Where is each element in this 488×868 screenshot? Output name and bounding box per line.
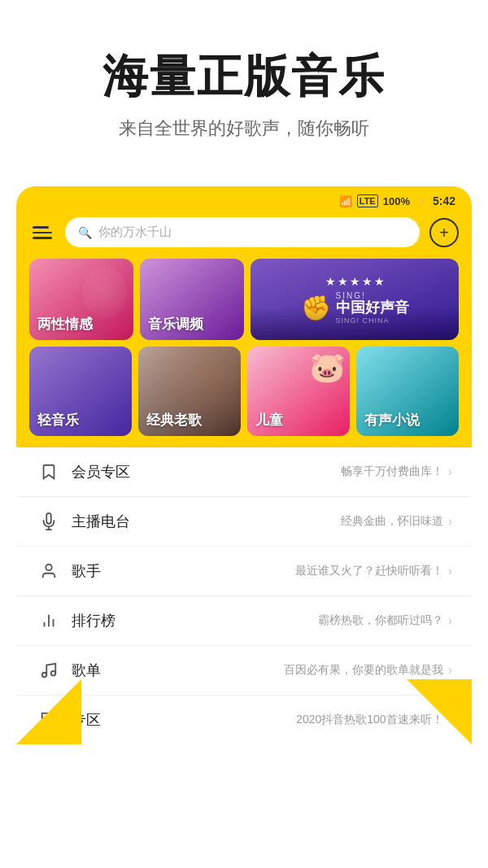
- vip-desc: 畅享千万付费曲库！: [341, 465, 443, 479]
- card-ertong-label: 儿童: [247, 404, 291, 436]
- menu-item-vip[interactable]: 会员专区 畅享千万付费曲库！ ›: [16, 447, 472, 497]
- card-yinyue-label: 音乐调频: [140, 308, 211, 340]
- artist-desc: 最近谁又火了？赶快听听看！: [295, 564, 443, 578]
- grid-row-1: 两性情感 音乐调频 ★ ★ ★ ★ ★ ✊: [29, 259, 459, 340]
- menu-item-playlist[interactable]: 歌单 百因必有果，你要的歌单就是我 ›: [16, 646, 472, 696]
- card-yousheng[interactable]: 有声小说: [356, 347, 459, 436]
- menu-list-area: 会员专区 畅享千万付费曲库！ › 主播电台 经典金曲，怀旧味道 ›: [16, 447, 472, 744]
- radio-desc: 经典金曲，怀旧味道: [341, 514, 443, 529]
- vip-label: 会员专区: [72, 462, 130, 482]
- hsy-stars: ★ ★ ★ ★ ★: [325, 275, 385, 288]
- add-button[interactable]: +: [429, 218, 459, 247]
- status-bar: 📶 LTE 100% ⚡ 5:42: [16, 186, 472, 212]
- playlist-desc: 百因必有果，你要的歌单就是我: [284, 663, 443, 678]
- app-mockup: 📶 LTE 100% ⚡ 5:42 🔍 你的万水千山 +: [16, 186, 472, 744]
- star-3: ★: [350, 275, 360, 288]
- radio-label: 主播电台: [72, 512, 130, 531]
- chart-icon: [36, 612, 62, 630]
- card-qing[interactable]: 轻音乐: [29, 347, 132, 436]
- artist-icon: [36, 562, 62, 580]
- menu-line-1: [33, 226, 49, 229]
- music-grid: 两性情感 音乐调频 ★ ★ ★ ★ ★ ✊: [16, 259, 472, 447]
- svg-point-7: [51, 671, 56, 676]
- card-yousheng-label: 有声小说: [356, 404, 428, 436]
- hsy-overlay: [251, 308, 459, 340]
- artist-label: 歌手: [72, 561, 129, 581]
- card-qing-label: 轻音乐: [29, 404, 87, 436]
- search-placeholder-text: 你的万水千山: [98, 225, 172, 240]
- card-haoShengYin[interactable]: ★ ★ ★ ★ ★ ✊ SING! 中国好声音 SING! CHINA: [251, 259, 459, 340]
- menu-item-zone[interactable]: 专区 2020抖音热歌100首速来听！ ›: [16, 696, 472, 744]
- menu-button[interactable]: [29, 223, 55, 242]
- add-icon: +: [439, 225, 449, 241]
- clock-time: 5:42: [433, 194, 455, 207]
- menu-item-chart[interactable]: 排行榜 霸榜热歌，你都听过吗？ ›: [16, 596, 472, 646]
- playlist-label: 歌单: [72, 661, 129, 680]
- chart-arrow: ›: [448, 613, 452, 628]
- menu-list: 会员专区 畅享千万付费曲库！ › 主播电台 经典金曲，怀旧味道 ›: [16, 447, 472, 744]
- card-ertong[interactable]: 🐷 儿童: [247, 347, 350, 436]
- search-icon: 🔍: [78, 226, 92, 239]
- menu-item-radio[interactable]: 主播电台 经典金曲，怀旧味道 ›: [16, 497, 472, 547]
- deco-right: [407, 679, 472, 744]
- chart-label: 排行榜: [72, 611, 129, 630]
- ertong-icon: 🐷: [309, 351, 346, 385]
- star-1: ★: [325, 275, 336, 288]
- card-liangxing-label: 两性情感: [29, 308, 101, 340]
- deco-left: [16, 679, 81, 744]
- card-yinyue[interactable]: 音乐调频: [140, 259, 244, 340]
- menu-line-3: [33, 237, 52, 239]
- menu-line-2: [33, 232, 52, 234]
- radio-icon: [36, 513, 62, 530]
- card-jingdian-label: 经典老歌: [138, 404, 210, 436]
- grid-row-2: 轻音乐 经典老歌 🐷 儿童 有声小说: [29, 347, 459, 436]
- lte-badge: LTE: [357, 194, 378, 207]
- star-4: ★: [362, 275, 373, 288]
- subtitle: 来自全世界的好歌声，随你畅听: [33, 116, 455, 141]
- radio-arrow: ›: [448, 514, 452, 529]
- svg-point-6: [42, 673, 47, 678]
- star-5: ★: [374, 275, 385, 288]
- card-liangxing[interactable]: 两性情感: [29, 259, 133, 340]
- signal-icon: 📶: [339, 195, 352, 207]
- chart-desc: 霸榜热歌，你都听过吗？: [318, 613, 443, 628]
- search-row: 🔍 你的万水千山 +: [16, 212, 472, 259]
- battery-percent: 100%: [383, 195, 410, 207]
- svg-point-2: [46, 565, 51, 570]
- playlist-icon: [36, 661, 62, 679]
- star-2: ★: [338, 275, 348, 288]
- vip-arrow: ›: [448, 465, 452, 479]
- top-hero-section: 海量正版音乐 来自全世界的好歌声，随你畅听: [0, 0, 488, 173]
- search-bar[interactable]: 🔍 你的万水千山: [65, 217, 420, 247]
- playlist-arrow: ›: [448, 663, 452, 678]
- battery-icon: ⚡: [415, 195, 428, 207]
- card-jingdian[interactable]: 经典老歌: [138, 347, 241, 436]
- artist-arrow: ›: [448, 564, 452, 578]
- vip-icon: [36, 463, 62, 481]
- main-title: 海量正版音乐: [33, 49, 455, 103]
- menu-item-artist[interactable]: 歌手 最近谁又火了？赶快听听看！ ›: [16, 547, 472, 596]
